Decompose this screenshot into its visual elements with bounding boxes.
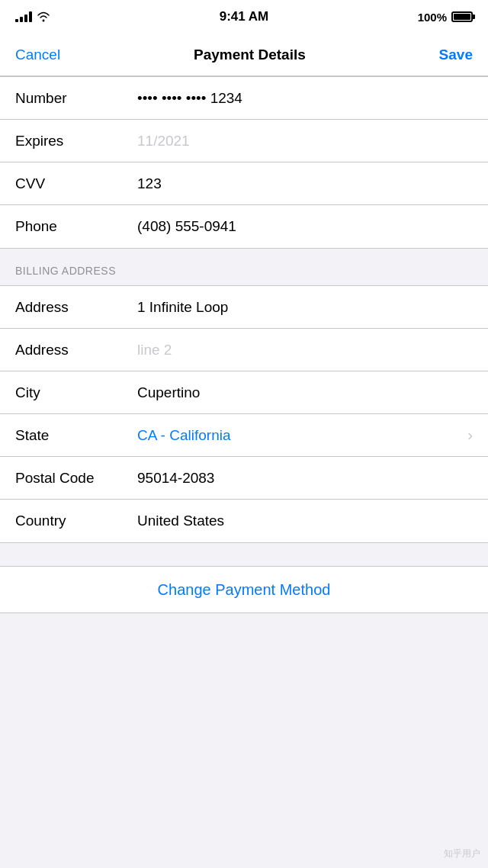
change-payment-section: Change Payment Method bbox=[0, 566, 488, 613]
wifi-icon bbox=[37, 11, 50, 22]
battery-icon bbox=[451, 11, 473, 22]
battery-percent: 100% bbox=[418, 11, 447, 24]
billing-row[interactable]: Address1 Infinite Loop bbox=[0, 286, 488, 329]
payment-fields-section: Number•••• •••• •••• 1234Expires11/2021C… bbox=[0, 76, 488, 249]
page-title: Payment Details bbox=[194, 47, 306, 63]
billing-row[interactable]: CountryUnited States bbox=[0, 500, 488, 542]
status-left bbox=[15, 11, 50, 22]
billing-field-value: CA - California bbox=[137, 427, 467, 444]
billing-row[interactable]: Postal Code95014-2083 bbox=[0, 457, 488, 500]
signal-icon bbox=[15, 11, 32, 22]
save-button[interactable]: Save bbox=[439, 47, 473, 63]
billing-field-value: 1 Infinite Loop bbox=[137, 299, 473, 316]
status-time: 9:41 AM bbox=[220, 9, 269, 24]
field-label: Number bbox=[15, 90, 137, 107]
billing-row[interactable]: StateCA - California› bbox=[0, 414, 488, 457]
billing-field-label: Address bbox=[15, 299, 137, 316]
field-label: Expires bbox=[15, 133, 137, 149]
billing-field-label: State bbox=[15, 427, 137, 444]
billing-field-value: United States bbox=[137, 513, 473, 529]
cancel-button[interactable]: Cancel bbox=[15, 47, 60, 63]
billing-field-value: line 2 bbox=[137, 342, 473, 358]
billing-field-label: Country bbox=[15, 513, 137, 529]
watermark: 知乎用户 bbox=[444, 847, 480, 860]
field-value: •••• •••• •••• 1234 bbox=[137, 90, 473, 107]
field-value: (408) 555-0941 bbox=[137, 218, 473, 235]
billing-field-value: Cupertino bbox=[137, 384, 473, 401]
payment-row[interactable]: Expires11/2021 bbox=[0, 120, 488, 162]
field-value: 123 bbox=[137, 175, 473, 192]
billing-field-label: City bbox=[15, 384, 137, 401]
bottom-spacer-1 bbox=[0, 543, 488, 566]
billing-row[interactable]: CityCupertino bbox=[0, 371, 488, 414]
bottom-spacer-2 bbox=[0, 613, 488, 674]
status-bar: 9:41 AM 100% bbox=[0, 0, 488, 34]
billing-fields-section: Address1 Infinite LoopAddressline 2CityC… bbox=[0, 285, 488, 543]
navigation-bar: Cancel Payment Details Save bbox=[0, 34, 488, 76]
billing-field-label: Address bbox=[15, 342, 137, 358]
payment-row[interactable]: CVV123 bbox=[0, 162, 488, 205]
billing-address-label: BILLING ADDRESS bbox=[15, 265, 116, 277]
field-label: Phone bbox=[15, 218, 137, 235]
billing-row[interactable]: Addressline 2 bbox=[0, 329, 488, 371]
field-value: 11/2021 bbox=[137, 133, 473, 149]
billing-field-label: Postal Code bbox=[15, 470, 137, 487]
status-right: 100% bbox=[418, 11, 473, 24]
billing-address-header: BILLING ADDRESS bbox=[0, 249, 488, 285]
field-label: CVV bbox=[15, 175, 137, 192]
billing-field-value: 95014-2083 bbox=[137, 470, 473, 487]
change-payment-button[interactable]: Change Payment Method bbox=[158, 581, 331, 599]
payment-row[interactable]: Number•••• •••• •••• 1234 bbox=[0, 77, 488, 120]
payment-row[interactable]: Phone(408) 555-0941 bbox=[0, 205, 488, 248]
chevron-right-icon: › bbox=[467, 426, 473, 444]
